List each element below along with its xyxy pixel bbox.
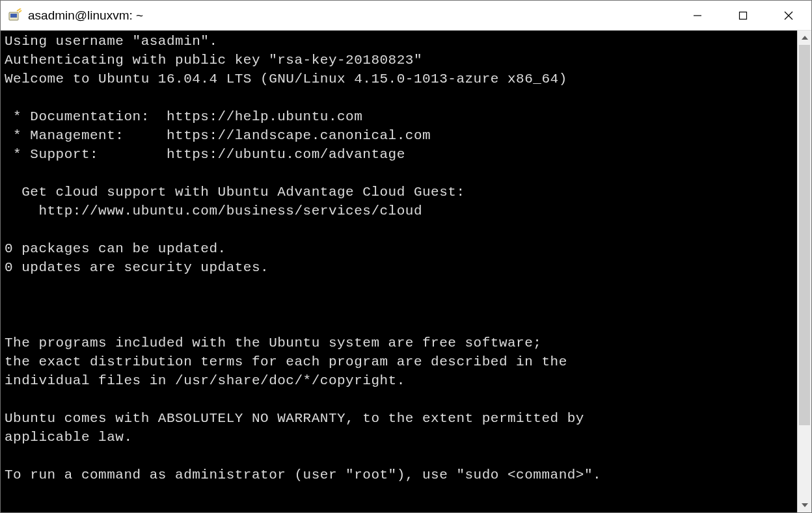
scrollbar[interactable] (797, 31, 811, 512)
scroll-thumb[interactable] (799, 45, 810, 425)
svg-rect-5 (740, 12, 747, 19)
client-area: Using username "asadmin". Authenticating… (1, 31, 811, 512)
maximize-icon (738, 11, 748, 20)
scroll-down-button[interactable] (798, 498, 811, 512)
minimize-icon (693, 11, 702, 20)
scroll-up-button[interactable] (798, 31, 811, 45)
window-title: asadmin@linuxvm: ~ (28, 8, 143, 23)
titlebar[interactable]: asadmin@linuxvm: ~ (1, 1, 811, 31)
terminal-output[interactable]: Using username "asadmin". Authenticating… (1, 31, 797, 512)
scroll-track[interactable] (798, 45, 811, 498)
close-button[interactable] (766, 1, 811, 30)
maximize-button[interactable] (720, 1, 766, 30)
titlebar-left: asadmin@linuxvm: ~ (1, 8, 675, 23)
app-window: asadmin@linuxvm: ~ Using username " (0, 0, 812, 513)
chevron-down-icon (802, 503, 808, 507)
svg-rect-1 (10, 14, 17, 18)
putty-icon (7, 8, 23, 23)
chevron-up-icon (802, 36, 808, 40)
svg-line-3 (19, 10, 21, 12)
close-icon (783, 10, 794, 21)
minimize-button[interactable] (675, 1, 720, 30)
titlebar-controls (675, 1, 811, 30)
